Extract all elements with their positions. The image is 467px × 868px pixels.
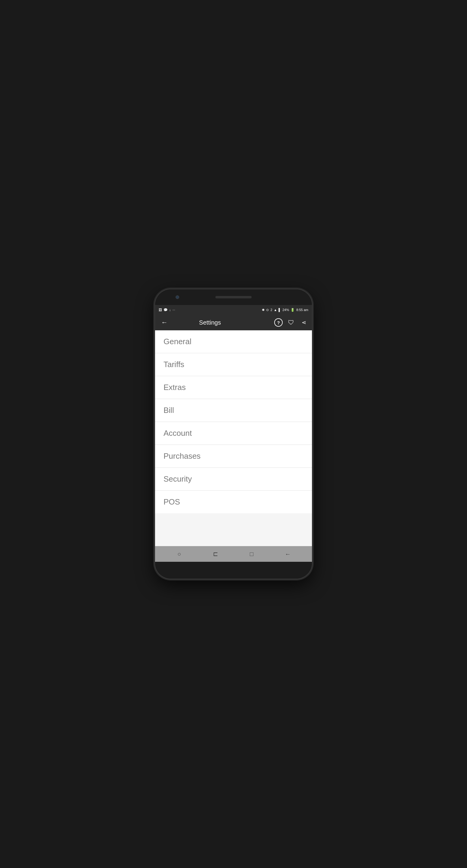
- menu-item-extras-label: Extras: [164, 383, 186, 392]
- menu-item-purchases[interactable]: Purchases: [155, 445, 312, 468]
- shield-button[interactable]: 🛡: [287, 318, 296, 327]
- menu-item-purchases-label: Purchases: [164, 452, 201, 461]
- recent-icon: ⊏: [213, 550, 218, 558]
- menu-item-extras[interactable]: Extras: [155, 376, 312, 399]
- nav-bar: ○ ⊏ □ ←: [155, 546, 312, 562]
- status-right: ✱ ⊙ 2 ▲ ▌ 24% 🔋 8:55 am: [262, 308, 308, 312]
- menu-item-pos[interactable]: POS: [155, 491, 312, 513]
- notification-icon: 🖼: [159, 308, 162, 312]
- signal-bars-icon: ▌: [279, 308, 281, 312]
- back-button[interactable]: ←: [159, 317, 170, 328]
- menu-item-security-label: Security: [164, 474, 192, 484]
- bluetooth-icon: ✱: [262, 308, 265, 312]
- network-badge: 2: [270, 308, 272, 312]
- app-bar: ← Settings ? 🛡 ⋖: [155, 315, 312, 330]
- settings-menu-list: General Tariffs Extras Bill Account Purc…: [155, 330, 312, 513]
- signal-icon: ▲: [274, 308, 277, 312]
- menu-item-security[interactable]: Security: [155, 468, 312, 491]
- shield-icon: 🛡: [288, 319, 294, 326]
- speaker: [215, 296, 252, 299]
- wifi-icon: ⊙: [266, 308, 269, 312]
- home-nav-button[interactable]: ○: [172, 547, 186, 561]
- settings-content[interactable]: General Tariffs Extras Bill Account Purc…: [155, 330, 312, 546]
- status-bar: 🖼 💬 ↓ ··· ✱ ⊙ 2 ▲ ▌ 24% 🔋 8:55 am: [155, 305, 312, 315]
- phone-screen: 🖼 💬 ↓ ··· ✱ ⊙ 2 ▲ ▌ 24% 🔋 8:55 am ← Sett…: [155, 305, 312, 562]
- more-icon: ···: [173, 308, 175, 312]
- menu-item-account-label: Account: [164, 429, 192, 438]
- recent-apps-button[interactable]: ⊏: [208, 547, 223, 561]
- front-camera: [176, 296, 179, 299]
- help-icon: ?: [274, 318, 283, 327]
- home-icon: ○: [177, 551, 181, 558]
- message-icon: 💬: [164, 308, 168, 312]
- phone-device: 🖼 💬 ↓ ··· ✱ ⊙ 2 ▲ ▌ 24% 🔋 8:55 am ← Sett…: [155, 289, 312, 579]
- top-bezel: [155, 289, 312, 305]
- time-display: 8:55 am: [296, 308, 308, 312]
- menu-item-pos-label: POS: [164, 497, 180, 506]
- back-nav-button[interactable]: ←: [281, 547, 295, 561]
- menu-item-tariffs-label: Tariffs: [164, 360, 184, 369]
- share-button[interactable]: ⋖: [299, 318, 308, 327]
- battery-percent: 24%: [282, 308, 289, 312]
- help-button[interactable]: ?: [274, 318, 283, 327]
- menu-item-account[interactable]: Account: [155, 422, 312, 445]
- overview-button[interactable]: □: [244, 547, 259, 561]
- overview-icon: □: [250, 551, 254, 558]
- download-icon: ↓: [169, 308, 171, 312]
- app-bar-actions: ? 🛡 ⋖: [274, 318, 308, 327]
- menu-item-general[interactable]: General: [155, 330, 312, 353]
- battery-icon: 🔋: [291, 308, 295, 312]
- share-icon: ⋖: [302, 319, 306, 326]
- bottom-bezel: [155, 562, 312, 579]
- menu-item-bill[interactable]: Bill: [155, 399, 312, 422]
- menu-item-general-label: General: [164, 337, 192, 346]
- app-bar-title: Settings: [173, 319, 247, 326]
- menu-item-bill-label: Bill: [164, 406, 174, 415]
- status-left: 🖼 💬 ↓ ···: [159, 308, 175, 312]
- menu-item-tariffs[interactable]: Tariffs: [155, 353, 312, 376]
- back-nav-icon: ←: [285, 551, 291, 558]
